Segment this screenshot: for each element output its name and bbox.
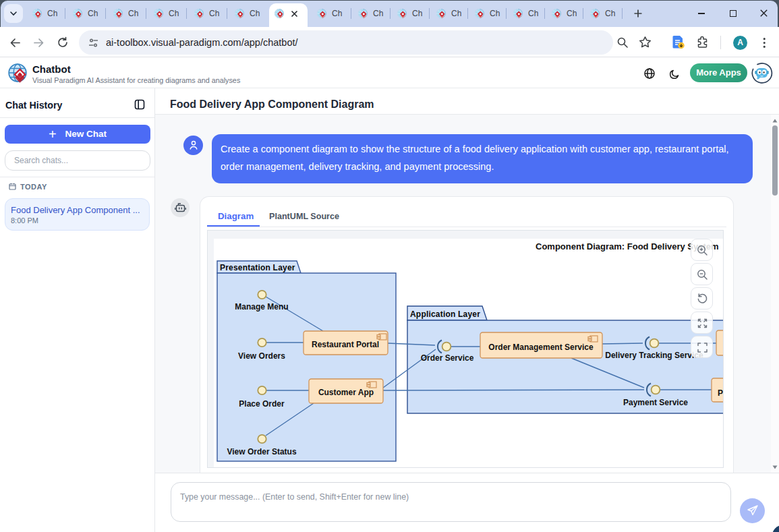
svg-text:Order Management Service: Order Management Service: [488, 343, 594, 352]
svg-text:Payment Service: Payment Service: [623, 398, 688, 407]
svg-text:Application Layer: Application Layer: [410, 309, 480, 319]
svg-text:Restaurant Portal: Restaurant Portal: [312, 340, 379, 349]
svg-text:P: P: [718, 388, 723, 398]
svg-text:Place Order: Place Order: [239, 399, 285, 409]
svg-text:Order Service: Order Service: [421, 353, 474, 363]
svg-text:Delivery Tracking Service: Delivery Tracking Service: [605, 351, 703, 360]
svg-text:View Order Status: View Order Status: [227, 447, 296, 456]
svg-text:Presentation Layer: Presentation Layer: [220, 263, 295, 272]
svg-text:Customer App: Customer App: [318, 388, 374, 397]
svg-text:Manage Menu: Manage Menu: [235, 302, 288, 312]
svg-text:View Orders: View Orders: [238, 351, 285, 361]
